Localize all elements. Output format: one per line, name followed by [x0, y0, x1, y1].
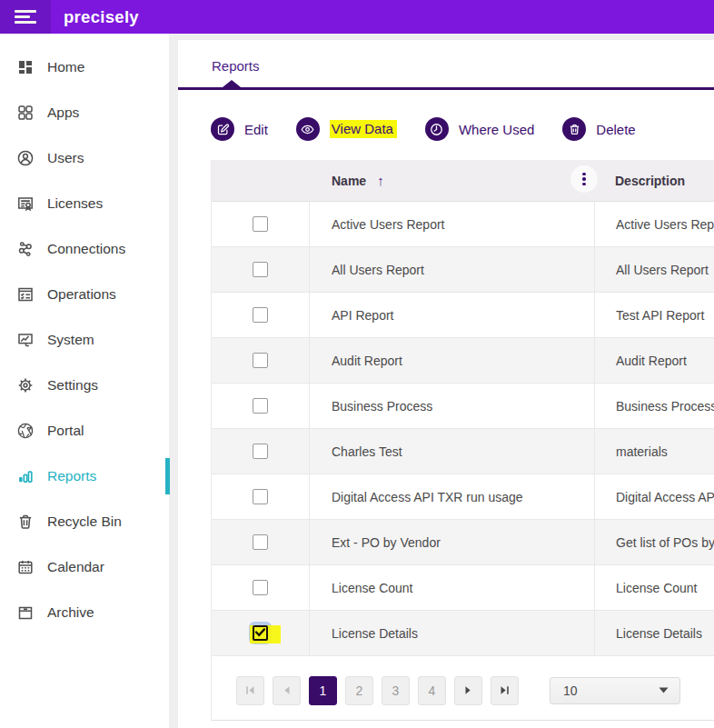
column-menu-button[interactable] — [570, 165, 598, 193]
previous-page-button[interactable] — [273, 676, 301, 705]
checkmark-icon — [253, 625, 267, 639]
sidebar-item[interactable]: Reports — [0, 454, 169, 499]
last-page-button[interactable] — [491, 676, 519, 705]
row-checkbox[interactable] — [253, 580, 268, 595]
table-row[interactable]: API Report Test API Report — [212, 293, 714, 338]
toolbar-action[interactable]: View Data — [296, 117, 397, 141]
table-row[interactable]: Audit Report Audit Report — [212, 338, 714, 384]
row-checkbox[interactable] — [253, 534, 268, 550]
home-icon — [16, 58, 35, 76]
sidebar-item-label: Settings — [47, 377, 98, 394]
toolbar-action[interactable]: Edit — [211, 117, 268, 141]
trash-icon — [562, 117, 586, 141]
row-checkbox-cell — [212, 338, 310, 383]
sidebar-item[interactable]: Users — [0, 135, 169, 181]
sidebar-item[interactable]: Recycle Bin — [0, 499, 169, 544]
table-row[interactable]: Digital Access API TXR run usage Digital… — [212, 474, 714, 520]
table-row[interactable]: Ext - PO by Vendor Get list of POs by Ve… — [212, 520, 714, 565]
toolbar-action-label: Edit — [244, 122, 268, 137]
sidebar-item[interactable]: Archive — [0, 590, 169, 635]
row-name-cell: Charles Test — [310, 429, 595, 474]
page-number-button[interactable]: 1 — [309, 676, 337, 705]
report-name: Business Process — [332, 399, 432, 414]
page-number-button[interactable]: 4 — [418, 676, 446, 705]
table-row[interactable]: Charles Test materials — [212, 429, 714, 474]
report-description: materials — [616, 444, 668, 459]
header-name-column: Name ↑ — [310, 173, 595, 188]
row-checkbox-cell — [212, 429, 310, 474]
apps-icon — [16, 104, 35, 122]
sidebar-item[interactable]: Home — [0, 45, 169, 90]
sidebar-item[interactable]: Licenses — [0, 181, 169, 226]
next-page-button[interactable] — [454, 676, 482, 705]
recycle-bin-icon — [16, 513, 35, 531]
row-name-cell: License Count — [310, 565, 595, 610]
top-bar: precisely — [0, 0, 714, 34]
sidebar-item-label: Home — [47, 59, 84, 75]
report-name: Audit Report — [332, 354, 402, 368]
report-name: Charles Test — [332, 444, 402, 459]
row-checkbox[interactable] — [253, 444, 268, 459]
table-row[interactable]: License Details License Details — [212, 611, 714, 656]
row-checkbox[interactable] — [253, 353, 268, 368]
tab-reports[interactable]: Reports — [212, 58, 260, 74]
report-description: Get list of POs by Vendor — [616, 535, 714, 550]
row-checkbox-cell — [212, 384, 310, 428]
row-checkbox[interactable] — [253, 307, 268, 323]
report-description: Audit Report — [616, 354, 687, 368]
sidebar-item-label: Archive — [47, 604, 94, 621]
sidebar-item[interactable]: Connections — [0, 226, 169, 272]
reports-table: Name ↑ Description — [211, 160, 714, 721]
sidebar-item-label: Users — [47, 150, 84, 166]
sidebar-item-label: Operations — [47, 286, 116, 303]
calendar-icon — [16, 558, 35, 576]
row-name-cell: Active Users Report — [310, 202, 595, 246]
table-header-row: Name ↑ Description — [212, 160, 714, 202]
row-checkbox-cell — [212, 247, 310, 292]
row-checkbox[interactable] — [253, 216, 268, 232]
page-size-value: 10 — [563, 683, 578, 698]
toolbar-action[interactable]: Where Used — [425, 117, 534, 141]
sort-ascending-icon[interactable]: ↑ — [377, 173, 384, 188]
sidebar-item[interactable]: Portal — [0, 408, 169, 454]
page-buttons: 1 2 3 4 — [309, 676, 454, 705]
sidebar-item[interactable]: System — [0, 317, 169, 363]
row-name-cell: Digital Access API TXR run usage — [310, 474, 595, 519]
row-checkbox[interactable] — [253, 262, 268, 277]
toolbar-action-label: View Data — [330, 120, 397, 138]
reports-icon — [16, 467, 35, 485]
table-row[interactable]: Business Process Business Process — [212, 384, 714, 429]
edit-icon — [211, 117, 234, 141]
row-description-cell: License Details — [595, 611, 714, 655]
name-column-header[interactable]: Name — [332, 174, 366, 188]
hamburger-menu-button[interactable] — [0, 0, 51, 34]
row-name-cell: API Report — [310, 293, 595, 337]
table-row[interactable]: All Users Report All Users Report — [212, 247, 714, 293]
row-checkbox-cell — [212, 565, 310, 610]
report-name: All Users Report — [332, 263, 424, 277]
toolbar: Edit View Data Where Used Delete — [211, 117, 714, 141]
page-size-select[interactable]: 10 — [550, 677, 680, 704]
row-checkbox[interactable] — [253, 398, 268, 414]
sidebar-item[interactable]: Apps — [0, 90, 169, 135]
archive-icon — [16, 603, 35, 622]
toolbar-action[interactable]: Delete — [562, 117, 635, 141]
portal-icon — [16, 422, 35, 440]
sidebar-item[interactable]: Calendar — [0, 544, 169, 590]
tab-underline — [178, 87, 714, 90]
toolbar-action-label: Delete — [596, 122, 635, 137]
sidebar-item-label: Connections — [47, 241, 125, 257]
table-row[interactable]: Active Users Report Active Users Report — [212, 202, 714, 247]
header-description-column: Description — [595, 173, 714, 189]
description-column-header[interactable]: Description — [615, 174, 685, 188]
sidebar-item[interactable]: Settings — [0, 363, 169, 408]
connections-icon — [16, 240, 35, 258]
page-number-button[interactable]: 2 — [345, 676, 373, 705]
first-page-button[interactable] — [236, 676, 264, 705]
table-row[interactable]: License Count License Count — [212, 565, 714, 611]
page-number-button[interactable]: 3 — [382, 676, 410, 705]
report-name: Active Users Report — [332, 217, 444, 232]
report-description: License Details — [616, 626, 702, 641]
sidebar-item[interactable]: Operations — [0, 272, 169, 317]
row-checkbox[interactable] — [253, 489, 268, 504]
